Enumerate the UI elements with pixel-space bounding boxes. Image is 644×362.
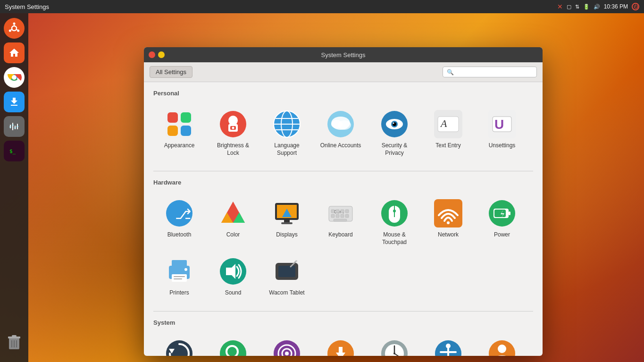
search-input[interactable] [456, 68, 533, 76]
settings-item-time-date[interactable]: Time & Date [368, 335, 420, 356]
bluetooth-label: Bluetooth [167, 231, 192, 239]
all-settings-button[interactable]: All Settings [150, 66, 192, 78]
launcher-item-home[interactable] [4, 42, 25, 63]
svg-point-110 [285, 352, 289, 355]
top-panel: System Settings ✕ ▢ ⇅ 🔋 🔊 10:36 PM ⏻ [0, 0, 644, 13]
launcher-item-sound[interactable] [4, 116, 25, 137]
svg-rect-91 [172, 260, 187, 267]
backups-icon [165, 339, 193, 356]
brightness-lock-icon [219, 110, 247, 138]
volume-icon[interactable]: 🔊 [594, 4, 600, 10]
window-title: System Settings [321, 51, 366, 59]
keyboard-label: Keyboard [328, 231, 352, 239]
sound-icon [219, 257, 247, 286]
svg-rect-28 [167, 112, 178, 123]
svg-point-104 [220, 340, 246, 356]
svg-rect-78 [334, 219, 347, 221]
wacom-tablet-icon [273, 257, 301, 286]
unsettings-icon: U [488, 110, 516, 138]
window-close-button[interactable] [149, 51, 155, 58]
settings-item-language-support[interactable]: Language Support [261, 105, 313, 161]
security-privacy-icon [380, 110, 409, 138]
section-hardware-title: Hardware [153, 179, 533, 188]
power-label: Power [494, 231, 510, 239]
settings-item-backups[interactable]: Backups [153, 335, 205, 356]
svg-rect-71 [336, 210, 339, 213]
window-content: Personal Appearance [144, 82, 543, 356]
window-controls [149, 51, 165, 58]
settings-item-wacom-tablet[interactable]: Wacom Tablet [261, 253, 313, 302]
settings-item-mouse-touchpad[interactable]: Mouse & Touchpad [368, 194, 420, 251]
hardware-grid: ⎇ Bluetooth Color [153, 194, 533, 302]
settings-item-details[interactable]: Details [207, 335, 259, 356]
launcher-item-download[interactable] [4, 92, 25, 112]
settings-item-security-privacy[interactable]: Security & Privacy [368, 105, 420, 161]
panel-window-icon: ▢ [567, 4, 571, 10]
svg-rect-73 [345, 210, 349, 213]
settings-item-color[interactable]: Color [207, 194, 259, 251]
personal-grid: Appearance Brightness & Lock [153, 105, 533, 161]
settings-item-keyboard[interactable]: Ctrl Keyboard [315, 194, 367, 251]
mouse-touchpad-label: Mouse & Touchpad [372, 231, 417, 246]
settings-item-displays[interactable]: Displays [261, 194, 313, 251]
svg-rect-31 [181, 126, 191, 136]
svg-text:⎇: ⎇ [175, 206, 192, 222]
svg-rect-94 [174, 278, 182, 279]
settings-item-network[interactable]: Network [422, 194, 474, 251]
network-icon[interactable]: ⇅ [575, 4, 579, 10]
wacom-tablet-label: Wacom Tablet [269, 289, 304, 297]
color-icon [219, 199, 247, 227]
launcher-item-terminal[interactable]: $_ [4, 141, 25, 161]
language-support-icon [273, 110, 301, 138]
settings-item-bluetooth[interactable]: ⎇ Bluetooth [153, 194, 205, 251]
panel-close-icon[interactable]: ✕ [557, 3, 563, 10]
svg-line-6 [17, 29, 17, 30]
settings-item-brightness-lock[interactable]: Brightness & Lock [207, 105, 259, 161]
settings-item-online-accounts[interactable]: Online Accounts [315, 105, 367, 161]
section-system-title: System [153, 319, 533, 328]
settings-item-sound[interactable]: Sound [207, 253, 259, 302]
power-icon[interactable]: ⏻ [632, 3, 639, 10]
universal-access-icon [434, 339, 462, 356]
svg-rect-75 [336, 214, 339, 218]
search-icon: 🔍 [447, 69, 454, 76]
svg-point-95 [184, 268, 187, 271]
settings-item-printers[interactable]: Printers [153, 253, 205, 302]
appearance-label: Appearance [164, 142, 195, 150]
settings-window: System Settings All Settings 🔍 Personal [144, 47, 543, 356]
settings-item-text-entry[interactable]: A Text Entry [422, 105, 474, 161]
power-icon [488, 199, 516, 227]
settings-item-power[interactable]: Power [476, 194, 528, 251]
svg-rect-23 [12, 335, 17, 337]
launcher-item-ubuntu[interactable] [4, 18, 25, 39]
svg-point-82 [393, 210, 396, 212]
unsettings-label: Unsettings [489, 142, 516, 150]
sound-label: Sound [225, 289, 242, 297]
settings-item-landscape-service[interactable]: Landscape Service [261, 335, 313, 356]
svg-rect-72 [341, 210, 344, 213]
svg-line-7 [11, 29, 12, 30]
svg-rect-99 [278, 266, 295, 277]
launcher-item-trash[interactable] [4, 332, 25, 353]
security-privacy-label: Security & Privacy [372, 142, 417, 157]
settings-item-unsettings[interactable]: U Unsettings [476, 105, 528, 161]
section-personal-title: Personal [153, 90, 533, 99]
window-minimize-button[interactable] [158, 51, 165, 58]
launcher-item-chrome[interactable] [4, 67, 25, 88]
svg-rect-66 [281, 222, 293, 224]
svg-rect-93 [174, 276, 185, 277]
settings-item-software-updates[interactable]: Software & Updates [315, 335, 367, 356]
svg-rect-92 [172, 274, 187, 282]
search-box[interactable]: 🔍 [443, 67, 537, 77]
software-updates-icon [326, 339, 355, 356]
settings-item-appearance[interactable]: Appearance [153, 105, 205, 161]
settings-item-user-accounts[interactable]: User Accounts [476, 335, 528, 356]
divider-hardware [153, 171, 533, 171]
printers-icon [165, 257, 193, 286]
svg-rect-70 [331, 210, 335, 213]
settings-item-universal-access[interactable]: Universal Access [422, 335, 474, 356]
svg-rect-18 [17, 126, 18, 127]
clock: 10:36 PM [604, 3, 628, 10]
svg-rect-87 [509, 211, 510, 215]
system-grid: Backups Details [153, 335, 533, 356]
